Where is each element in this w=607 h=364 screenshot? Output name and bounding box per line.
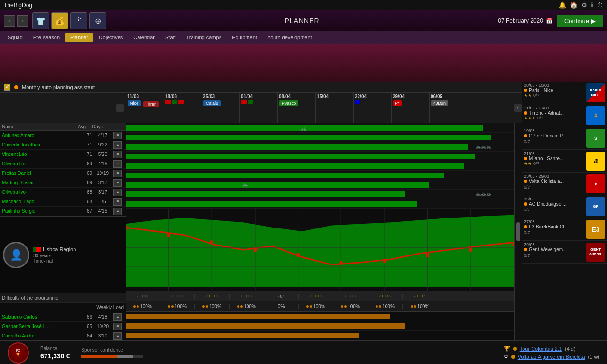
squad-icon-btn[interactable]: 👕: [32, 12, 49, 29]
tab-youth-development[interactable]: Youth development: [263, 33, 317, 42]
diff-arrow-right-5[interactable]: ›: [320, 294, 322, 299]
money-icon-btn[interactable]: 💰: [51, 12, 68, 29]
diff-arrow-right-0[interactable]: ›: [147, 294, 148, 299]
race-tag-px[interactable]: P*: [393, 100, 402, 106]
race-item-6[interactable]: 27/03 E3 BinckBank Cl... 0/7 E3: [522, 218, 607, 241]
scroll-left-arrow[interactable]: ‹: [116, 104, 124, 112]
diff-arrow-right-4[interactable]: ›: [283, 294, 285, 299]
rider-action-3[interactable]: ≡: [113, 160, 122, 168]
diff-arrow-left-6[interactable]: ‹: [345, 294, 346, 299]
tab-training-camps[interactable]: Training camps: [181, 33, 226, 42]
bottom-rider-name-1[interactable]: Gaspar Serra José L...: [2, 324, 78, 329]
rider-action-5[interactable]: ≡: [113, 179, 122, 187]
race-name-row-7: Gent-Wevelgem...: [524, 247, 582, 252]
date-label-0: 11/03: [127, 94, 163, 99]
bar-green-2: [126, 144, 468, 150]
rider-avg-2: 71: [78, 152, 92, 157]
calendar-icon[interactable]: 📅: [546, 18, 553, 24]
tab-planner[interactable]: Planner: [65, 33, 93, 42]
rider-action-6[interactable]: ≡: [113, 189, 122, 196]
rider-action-8[interactable]: ≡: [113, 208, 122, 215]
gear-icon[interactable]: ⚙: [581, 1, 587, 9]
diff-arrow-right-2[interactable]: ›: [216, 294, 218, 299]
bottom-rider-name-2[interactable]: Carvalho Andre: [2, 333, 78, 338]
home-icon[interactable]: 🏠: [570, 1, 578, 9]
rider-name-5[interactable]: Martingil Cesar: [2, 180, 78, 185]
race-item-5[interactable]: 25/03 AG Driedaagse ... 0/7 GP: [522, 195, 607, 218]
wl-val-4: 0%: [278, 304, 285, 309]
bell-icon[interactable]: 🔔: [559, 1, 566, 9]
nav-forward[interactable]: ›: [17, 15, 28, 27]
bottom-rider-action-0[interactable]: ≡: [113, 313, 122, 321]
timer-icon[interactable]: ⏱: [597, 1, 603, 9]
diff-arrow-right-7[interactable]: ›: [389, 294, 391, 299]
bottom-rider-action-2[interactable]: ≡: [113, 332, 122, 340]
rider-action-2[interactable]: ≡: [113, 151, 122, 158]
bottom-rider-action-1[interactable]: ≡: [113, 323, 122, 330]
svg-point-22: [469, 247, 472, 252]
scroll-right-arrow[interactable]: ›: [514, 104, 522, 112]
rider-days-2: 5/20: [92, 152, 113, 157]
rider-name-7[interactable]: Machado Tiago: [2, 199, 78, 204]
diff-arrow-left-8[interactable]: ‹: [414, 294, 416, 299]
race-item-3[interactable]: 21/03 Milano - Sanre... ★★ 0/7 🏖: [522, 150, 607, 173]
tab-calendar[interactable]: Calendar: [129, 33, 159, 42]
tab-staff[interactable]: Staff: [160, 33, 180, 42]
nav-back[interactable]: ‹: [4, 15, 15, 27]
rider-name-2[interactable]: Vincent Léo: [2, 152, 78, 157]
diff-value-3: +++: [243, 294, 250, 299]
auto-planning-checkbox[interactable]: ✓: [4, 84, 10, 91]
tab-objectives[interactable]: Objectives: [94, 33, 128, 42]
diff-arrow-right-1[interactable]: ›: [182, 294, 183, 299]
rider-action-4[interactable]: ≡: [113, 170, 122, 177]
event-link-1[interactable]: Volta ao Algarve em Bicicleta: [518, 354, 585, 360]
race-item-4[interactable]: 23/03 - 29/03 Volta Ciclista a... 0/7 ●: [522, 173, 607, 195]
flag-1c: [178, 100, 184, 104]
rider-name-4[interactable]: Freitas Daniel: [2, 171, 78, 176]
rider-action-7[interactable]: ≡: [113, 198, 122, 206]
diff-arrow-left-0[interactable]: ‹: [137, 294, 138, 299]
race-item-7[interactable]: 29/03 Gent-Wevelgem... 0/7 GENTWEVEL: [522, 241, 607, 264]
tab-pre-season[interactable]: Pre-season: [28, 33, 64, 42]
scroll-thumb[interactable]: [516, 222, 520, 241]
date-label-4: 08/04: [279, 94, 314, 99]
diff-arrow-left-4[interactable]: ‹: [278, 294, 279, 299]
rider-name-1[interactable]: Caicedo Jonathan: [2, 142, 78, 147]
diff-arrow-left-5[interactable]: ‹: [310, 294, 312, 299]
rider-name-6[interactable]: Oliveira Ivo: [2, 190, 78, 195]
diff-arrow-right-8[interactable]: ›: [424, 294, 425, 299]
continue-button[interactable]: Continue ▶: [557, 15, 603, 27]
diff-arrow-right-6[interactable]: ›: [355, 294, 356, 299]
diff-arrow-right-3[interactable]: ›: [251, 294, 252, 299]
race-item-2[interactable]: 19/03 GP de Denain P... 0/7 S: [522, 127, 607, 150]
race-tag-pvasco[interactable]: PVasco: [279, 100, 298, 106]
rider-action-1[interactable]: ≡: [113, 141, 122, 149]
diff-arrow-left-1[interactable]: ‹: [172, 294, 173, 299]
info-icon[interactable]: ℹ: [591, 1, 593, 9]
race-item-0[interactable]: 08/03 - 15/03 Paris - Nice ★★ 0/7 PARISN…: [522, 82, 607, 104]
race-tag-catalu[interactable]: Catalu: [203, 100, 221, 106]
tab-squad[interactable]: Squad: [3, 33, 28, 42]
wl-col-7: 100%: [368, 304, 403, 309]
bottom-rider-name-0[interactable]: Salgueiro Carlos: [2, 314, 78, 319]
diff-arrow-left-2[interactable]: ‹: [206, 294, 208, 299]
race-tag-tirren[interactable]: Tirren: [143, 101, 159, 107]
diff-arrow-left-3[interactable]: ‹: [241, 294, 242, 299]
clock-icon-btn[interactable]: ⏱: [70, 12, 87, 29]
rider-name-3[interactable]: Oliveira Rui: [2, 161, 78, 166]
wl-col-0: 100%: [126, 304, 160, 309]
diff-arrow-left-7[interactable]: ‹: [379, 294, 381, 299]
rider-name-table: Name Avg Days Antunes Amaro 71 4/17 ≡ Ca…: [0, 123, 126, 340]
globe-icon-btn[interactable]: ⊕: [89, 12, 106, 29]
tab-equipment[interactable]: Equipment: [227, 33, 262, 42]
rider-name-8[interactable]: Paulinho Sergio: [2, 209, 78, 214]
race-logo-7: GENTWEVEL: [584, 241, 607, 263]
race-tag-nice[interactable]: Nice: [128, 100, 141, 106]
event-link-0[interactable]: Tour Colombia 2.1: [520, 346, 562, 352]
race-item-1[interactable]: 11/03 - 17/03 Tirreno - Adriat... ★★★ 0/…: [522, 104, 607, 127]
race-date-1: 11/03 - 17/03: [524, 106, 582, 110]
rider-action-0[interactable]: ≡: [113, 132, 122, 139]
difficulty-cols: ‹ +++ › ‹ +++ › ‹ +++ ›: [126, 294, 514, 299]
race-tag-4jdun[interactable]: 4JDun: [431, 100, 448, 106]
rider-name-0[interactable]: Antunes Amaro: [2, 133, 78, 138]
